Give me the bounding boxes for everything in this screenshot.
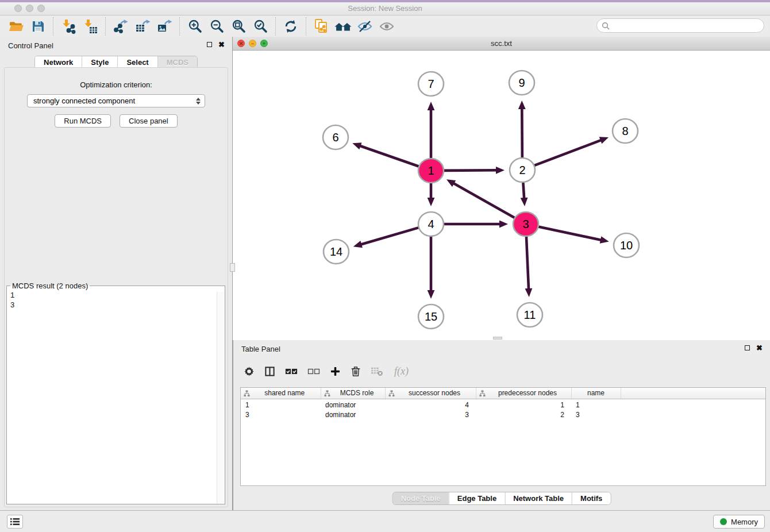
first-neighbors-button[interactable] (334, 18, 352, 35)
unselect-all-icon[interactable] (307, 367, 320, 376)
table-row[interactable]: 3dominator323 (241, 410, 765, 420)
save-session-button[interactable] (29, 18, 47, 35)
column-header-predecessor-nodes[interactable]: predecessor nodes (476, 388, 571, 399)
network-window-titlebar[interactable]: ✕ − + scc.txt (233, 37, 770, 51)
add-column-icon[interactable] (330, 366, 341, 377)
table-cell[interactable]: 1 (476, 399, 571, 410)
vertical-splitter-handle[interactable] (230, 263, 235, 272)
show-all-button[interactable] (378, 18, 395, 35)
node-15[interactable]: 15 (418, 304, 444, 329)
tab-network-table[interactable]: Network Table (505, 492, 572, 504)
open-session-button[interactable] (7, 18, 25, 35)
node-14[interactable]: 14 (324, 240, 349, 264)
tab-motifs[interactable]: Motifs (572, 492, 610, 504)
edge-4-15[interactable] (428, 237, 435, 299)
close-icon[interactable]: ✖ (218, 41, 225, 48)
zoom-selected-button[interactable] (252, 18, 269, 35)
svg-text:4: 4 (428, 218, 434, 230)
search-field[interactable] (596, 18, 764, 33)
mcds-result-list[interactable]: 13 (7, 290, 225, 310)
mcds-result-item[interactable]: 3 (10, 300, 221, 310)
edge-1-7[interactable] (428, 102, 435, 158)
run-mcds-button[interactable]: Run MCDS (55, 114, 111, 128)
tab-mcds[interactable]: MCDS (157, 56, 197, 68)
edge-2-9[interactable] (518, 101, 526, 157)
tab-node-table[interactable]: Node Table (393, 492, 449, 504)
column-header-successor-nodes[interactable]: successor nodes (385, 388, 476, 399)
float-panel-icon[interactable] (207, 42, 212, 47)
hide-selected-button[interactable] (356, 18, 374, 35)
criterion-dropdown[interactable]: strongly connected component (27, 94, 205, 107)
export-image-button[interactable] (156, 18, 173, 35)
search-input[interactable] (613, 21, 759, 30)
table-cell[interactable]: 3 (241, 410, 321, 420)
table-cell[interactable]: dominator (321, 410, 385, 420)
close-window-button[interactable] (14, 5, 22, 12)
edge-3-10[interactable] (538, 227, 609, 244)
close-icon[interactable]: ✖ (756, 345, 763, 351)
node-2[interactable]: 2 (510, 158, 535, 182)
node-9[interactable]: 9 (509, 71, 534, 95)
node-6[interactable]: 6 (323, 125, 348, 149)
node-1[interactable]: 1 (418, 159, 444, 183)
node-4[interactable]: 4 (418, 212, 444, 236)
network-canvas[interactable]: 1234678910111415 (233, 51, 770, 340)
node-3[interactable]: 3 (513, 212, 538, 236)
edge-3-1[interactable] (446, 179, 515, 218)
zoom-in-button[interactable] (186, 18, 203, 35)
table-cell[interactable]: 1 (571, 399, 621, 410)
maximize-network-button[interactable]: + (260, 40, 268, 47)
table-cell[interactable]: 2 (476, 410, 571, 420)
table-cell[interactable]: 1 (241, 399, 321, 410)
node-8[interactable]: 8 (613, 119, 638, 143)
float-panel-icon[interactable] (745, 345, 750, 350)
edge-3-11[interactable] (525, 237, 533, 297)
tab-network[interactable]: Network (35, 56, 82, 68)
window-titlebar[interactable]: Session: New Session (0, 2, 770, 16)
network-files-button[interactable] (313, 18, 330, 35)
edge-4-3[interactable] (444, 221, 508, 228)
split-columns-icon[interactable] (264, 366, 275, 377)
memory-button[interactable]: Memory (713, 515, 765, 529)
task-history-button[interactable] (7, 515, 23, 529)
edge-2-8[interactable] (534, 137, 609, 165)
mcds-result-item[interactable]: 1 (10, 290, 221, 300)
zoom-out-button[interactable] (208, 18, 225, 35)
table-cell[interactable]: 4 (385, 399, 476, 410)
node-10[interactable]: 10 (614, 233, 639, 257)
minimize-window-button[interactable] (26, 5, 33, 12)
table-row[interactable]: 1dominator411 (241, 399, 765, 410)
edge-1-2[interactable] (444, 167, 505, 174)
minimize-network-button[interactable]: − (249, 40, 256, 47)
horizontal-scrollbar-handle[interactable] (493, 337, 502, 340)
column-header-name[interactable]: name (571, 388, 621, 399)
export-network-button[interactable] (112, 18, 129, 35)
edge-1-6[interactable] (352, 142, 419, 167)
tab-style[interactable]: Style (82, 56, 117, 68)
close-panel-button[interactable]: Close panel (120, 114, 178, 128)
node-11[interactable]: 11 (517, 303, 542, 327)
delete-columns-icon[interactable] (351, 365, 361, 377)
import-table-button[interactable] (82, 18, 99, 35)
table-cell[interactable]: 3 (571, 410, 621, 420)
tab-select[interactable]: Select (117, 56, 157, 68)
gear-icon[interactable] (244, 366, 255, 377)
import-network-button[interactable] (60, 18, 77, 35)
table-cell[interactable]: 3 (385, 410, 476, 420)
edge-1-4[interactable] (428, 183, 435, 206)
close-network-button[interactable]: ✕ (237, 40, 245, 47)
column-header-mcds-role[interactable]: MCDS role (321, 388, 385, 399)
select-all-icon[interactable] (285, 367, 298, 376)
export-table-button[interactable] (134, 18, 151, 35)
column-header-shared-name[interactable]: shared name (241, 388, 321, 399)
table-cell[interactable]: dominator (321, 399, 385, 410)
result-scrollbar[interactable] (217, 292, 224, 503)
refresh-button[interactable] (282, 18, 299, 35)
edge-2-3[interactable] (521, 183, 528, 206)
edge-4-14[interactable] (353, 228, 419, 248)
node-7[interactable]: 7 (418, 72, 444, 96)
tab-edge-table[interactable]: Edge Table (449, 492, 505, 504)
show-all-icon (379, 20, 395, 33)
zoom-fit-button[interactable] (230, 18, 247, 35)
zoom-window-button[interactable] (37, 5, 45, 12)
